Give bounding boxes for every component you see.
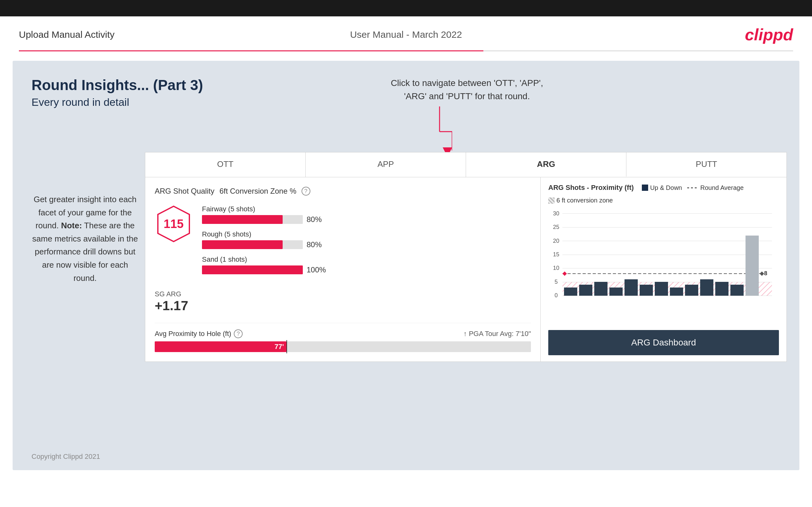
sg-arg-section: SG ARG +1.17 (155, 290, 531, 313)
main-content: Round Insights... (Part 3) Every round i… (13, 61, 799, 470)
chart-bar-6 (640, 285, 653, 296)
chart-bar-5 (624, 279, 638, 296)
chart-bar-11 (715, 282, 728, 296)
proximity-help-icon[interactable]: ? (234, 329, 243, 338)
chart-bar-8 (670, 287, 683, 296)
chart-bar-4 (609, 287, 623, 296)
chart-bar-2 (579, 285, 592, 296)
chart-bar-3 (594, 282, 608, 296)
chart-bar-10 (700, 279, 713, 296)
avg-marker-left (562, 272, 567, 276)
quality-header: ARG Shot Quality 6ft Conversion Zone % ? (155, 187, 531, 195)
legend-up-down-icon (642, 184, 648, 191)
svg-text:0: 0 (555, 292, 558, 297)
bar-rough-pct: 80% (307, 240, 322, 249)
hexagon-score: 115 (155, 205, 193, 243)
bar-sand: Sand (1 shots) 100% (202, 256, 531, 274)
svg-text:5: 5 (555, 279, 558, 285)
legend-up-down: Up & Down (642, 184, 682, 191)
bar-sand-pct: 100% (307, 266, 326, 274)
svg-text:30: 30 (553, 210, 559, 217)
chart-title: ARG Shots - Proximity (ft) (548, 184, 633, 192)
quality-title: ARG Shot Quality (155, 187, 214, 195)
left-description: Get greater insight into each facet of y… (32, 193, 139, 285)
bar-rough: Rough (5 shots) 80% (202, 230, 531, 249)
main-panel: OTT APP ARG PUTT ARG Shot Quality 6ft Co… (145, 152, 787, 362)
tab-bar: OTT APP ARG PUTT (145, 153, 786, 177)
bar-sand-fill (202, 266, 303, 274)
bar-fairway-track (202, 215, 303, 224)
pga-tour-avg: ↑ PGA Tour Avg: 7'10" (463, 330, 531, 338)
chart-bar-9 (685, 285, 698, 296)
panel-body: ARG Shot Quality 6ft Conversion Zone % ?… (145, 177, 786, 361)
chart-bar-7 (655, 282, 668, 296)
tab-arg[interactable]: ARG (466, 153, 626, 177)
proximity-bar-track: 77' (155, 341, 531, 352)
svg-text:10: 10 (553, 265, 559, 271)
proximity-bar-fill: 77' (155, 341, 287, 352)
tab-putt[interactable]: PUTT (626, 153, 786, 177)
conversion-title: 6ft Conversion Zone % (219, 187, 296, 195)
footer-text: Copyright Clippd 2021 (32, 453, 100, 461)
proximity-value: 77' (274, 343, 284, 351)
bar-rough-track (202, 240, 303, 249)
svg-text:8: 8 (764, 270, 767, 277)
proximity-header: Avg Proximity to Hole (ft) ? ↑ PGA Tour … (155, 329, 531, 338)
bar-fairway-pct: 80% (307, 215, 322, 224)
legend-conversion-zone: 6 ft conversion zone (548, 197, 613, 204)
bar-fairway: Fairway (5 shots) 80% (202, 205, 531, 224)
header-divider (19, 50, 793, 51)
avg-marker-right (760, 272, 764, 276)
sg-label: SG ARG (155, 290, 531, 298)
chart-area: 0 5 10 15 20 25 30 (548, 209, 779, 330)
legend-round-avg-icon (687, 187, 699, 188)
hex-number: 115 (163, 217, 184, 231)
conversion-help-icon[interactable]: ? (302, 187, 310, 195)
bar-sand-label: Sand (1 shots) (202, 256, 531, 264)
tab-ott[interactable]: OTT (145, 153, 306, 177)
top-bar (0, 0, 812, 16)
legend-conversion-icon (548, 198, 555, 204)
proximity-title: Avg Proximity to Hole (ft) ? (155, 329, 243, 338)
sg-value: +1.17 (155, 298, 531, 313)
svg-text:15: 15 (553, 251, 559, 258)
upload-manual-activity-link[interactable]: Upload Manual Activity (19, 29, 115, 40)
bar-fairway-label: Fairway (5 shots) (202, 205, 531, 213)
proximity-chart: 0 5 10 15 20 25 30 (548, 209, 775, 297)
bar-fairway-fill (202, 215, 283, 224)
chart-header: ARG Shots - Proximity (ft) Up & Down Rou… (548, 184, 779, 204)
panel-right: ARG Shots - Proximity (ft) Up & Down Rou… (541, 177, 786, 361)
legend-round-avg-label: Round Average (701, 184, 744, 191)
clippd-logo: clippd (745, 25, 793, 44)
legend-round-avg: Round Average (687, 184, 744, 191)
conversion-bars: Fairway (5 shots) 80% Rough (5 shots) (202, 205, 531, 281)
svg-text:20: 20 (553, 238, 559, 244)
nav-hint: Click to navigate between 'OTT', 'APP', … (391, 76, 543, 103)
legend-up-down-label: Up & Down (650, 184, 682, 191)
proximity-section: Avg Proximity to Hole (ft) ? ↑ PGA Tour … (155, 323, 531, 352)
bar-rough-label: Rough (5 shots) (202, 230, 531, 238)
bar-rough-fill (202, 240, 283, 249)
tab-app[interactable]: APP (306, 153, 466, 177)
proximity-cursor (287, 340, 287, 353)
legend-conversion-label: 6 ft conversion zone (556, 197, 613, 204)
svg-text:25: 25 (553, 224, 559, 230)
hex-and-bars: 115 Fairway (5 shots) 80% (155, 205, 531, 281)
chart-bar-13 (746, 235, 759, 296)
chart-bar-1 (564, 287, 577, 296)
header: Upload Manual Activity User Manual - Mar… (0, 16, 812, 50)
arg-dashboard-button[interactable]: ARG Dashboard (548, 330, 779, 355)
nav-arrow (427, 106, 452, 158)
header-center-text: User Manual - March 2022 (350, 29, 462, 40)
panel-left: ARG Shot Quality 6ft Conversion Zone % ?… (145, 177, 541, 361)
bar-sand-track (202, 266, 303, 274)
chart-bar-12 (730, 285, 744, 296)
